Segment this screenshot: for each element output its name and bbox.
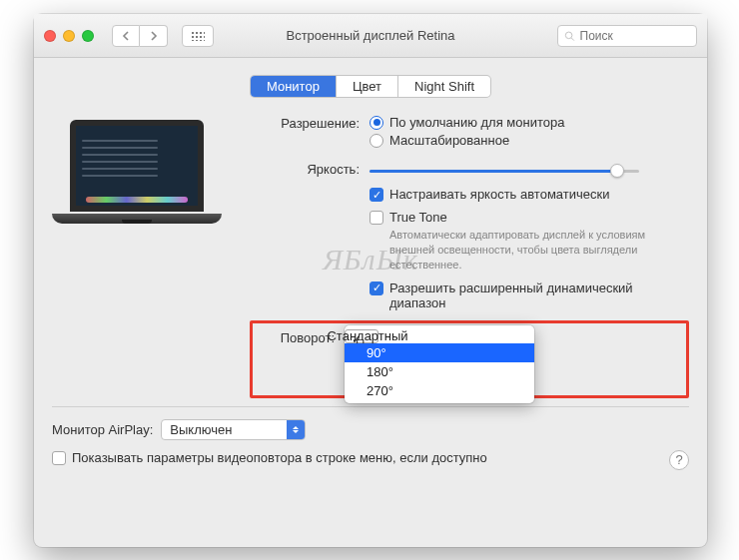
forward-button[interactable] (140, 25, 168, 47)
airplay-row: Монитор AirPlay: Выключен (52, 419, 689, 440)
svg-point-0 (565, 32, 572, 39)
search-input[interactable] (557, 25, 697, 47)
display-preview (52, 120, 222, 230)
settings-form: Разрешение: По умолчанию для монитора Ма… (250, 115, 689, 398)
tab-bar: Монитор Цвет Night Shift (52, 76, 689, 97)
hdr-text: Разрешить расширенный динамический диапа… (389, 280, 689, 310)
grid-icon (191, 31, 205, 41)
rotation-option-180[interactable]: 180° (345, 362, 534, 381)
rotation-option-270[interactable]: 270° (345, 381, 534, 400)
truetone-text: True Tone (389, 210, 447, 225)
search-field[interactable] (580, 29, 690, 43)
airplay-value: Выключен (170, 422, 232, 437)
separator (52, 406, 689, 407)
checkbox-on-icon (370, 281, 383, 295)
tab-night-shift[interactable]: Night Shift (397, 76, 490, 97)
resolution-scaled-radio[interactable]: Масштабированное (370, 133, 689, 148)
nav-buttons (112, 25, 168, 47)
checkbox-off-icon (52, 451, 66, 465)
hdr-checkbox[interactable]: Разрешить расширенный динамический диапа… (370, 280, 689, 310)
close-icon[interactable] (44, 30, 56, 42)
airplay-label: Монитор AirPlay: (52, 422, 153, 437)
search-icon (564, 30, 575, 42)
rotation-menu: Стандартный 90° 180° 270° (345, 325, 534, 403)
checkbox-off-icon (370, 211, 383, 225)
truetone-note: Автоматически адаптировать дисплей к усл… (389, 228, 669, 273)
minimize-icon[interactable] (63, 30, 75, 42)
mirror-checkbox[interactable]: Показывать параметры видеоповтора в стро… (52, 450, 689, 470)
tab-monitor[interactable]: Монитор (251, 76, 336, 97)
mirror-text: Показывать параметры видеоповтора в стро… (72, 450, 487, 465)
resolution-default-radio[interactable]: По умолчанию для монитора (370, 115, 689, 130)
laptop-screen-icon (70, 120, 204, 212)
zoom-icon[interactable] (82, 30, 94, 42)
rotation-option-90[interactable]: 90° (345, 343, 534, 362)
brightness-slider[interactable] (370, 163, 639, 179)
svg-line-1 (571, 37, 574, 40)
truetone-checkbox[interactable]: True Tone (370, 210, 689, 225)
window-body: Монитор Цвет Night Shift (34, 58, 707, 480)
resolution-default-text: По умолчанию для монитора (389, 115, 564, 130)
radio-on-icon (370, 116, 383, 130)
back-button[interactable] (112, 25, 140, 47)
rotation-highlight: Поворот: Стандартный 90° 180° 270° (250, 320, 689, 398)
window-controls (44, 30, 94, 42)
brightness-label: Яркость: (250, 161, 370, 177)
titlebar: Встроенный дисплей Retina (34, 14, 707, 58)
resolution-scaled-text: Масштабированное (389, 133, 509, 148)
resolution-label: Разрешение: (250, 115, 370, 131)
rotation-option-standard[interactable]: Стандартный (345, 329, 378, 343)
prefs-window: Встроенный дисплей Retina Монитор Цвет N… (34, 14, 707, 547)
radio-off-icon (370, 134, 383, 148)
airplay-select[interactable]: Выключен (161, 419, 306, 440)
tab-color[interactable]: Цвет (336, 76, 397, 97)
help-button[interactable]: ? (669, 450, 689, 470)
stepper-icon (287, 420, 305, 439)
auto-brightness-text: Настраивать яркость автоматически (389, 187, 609, 202)
show-all-button[interactable] (182, 25, 214, 47)
checkbox-on-icon (370, 188, 383, 202)
slider-knob-icon[interactable] (610, 164, 624, 178)
auto-brightness-checkbox[interactable]: Настраивать яркость автоматически (370, 187, 689, 202)
